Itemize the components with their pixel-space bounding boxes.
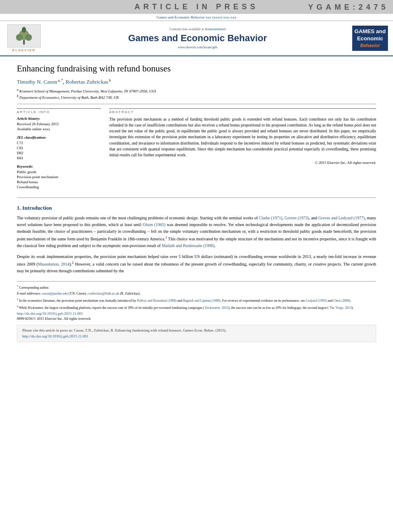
elsevier-wordmark: ELSEVIER xyxy=(12,48,36,52)
divider-2 xyxy=(17,198,376,198)
abstract-column: ABSTRACT The provision point mechanism a… xyxy=(109,108,376,193)
copyright-line: © 2015 Elsevier Inc. All rights reserved… xyxy=(109,161,376,165)
affiliation-b: b Department of Economics, University of… xyxy=(17,94,376,100)
intro-paragraph-2: Despite its weak implementation properti… xyxy=(17,253,376,274)
footnotes-area: * Corresponding author. E-mail addresses… xyxy=(17,281,376,310)
ref-mailath-postlewaite-1990[interactable]: Mailath and Postlewaite (1990) xyxy=(162,243,215,248)
keyword-provision-point: Provision point mechanism xyxy=(17,175,101,179)
abstract-header: ABSTRACT xyxy=(109,108,376,114)
article-id: YGAME:2475 xyxy=(308,3,389,11)
ref-clarke-1971[interactable]: Clarke (1971) xyxy=(259,216,282,220)
journal-reference-line: Games and Economic Behavior xxx (xxxx) x… xyxy=(0,14,393,21)
affil-a-text: Krannert School of Management, Purdue Un… xyxy=(19,89,156,93)
abstract-text: The provision point mechanism as a metho… xyxy=(109,116,376,158)
footnote-star-sym: * xyxy=(17,284,18,287)
intro-paragraph-1: The voluntary provision of public goods … xyxy=(17,215,376,249)
footnote-1-sym: 1 xyxy=(17,298,18,300)
article-info-header: ARTICLE INFO xyxy=(17,108,101,114)
sciencedirect-link[interactable]: ScienceDirect xyxy=(205,27,225,31)
journal-ref-text: Games and Economic Behavior xxx (xxxx) x… xyxy=(157,15,237,19)
keywords-title: Keywords: xyxy=(17,164,101,169)
elsevier-tree-icon xyxy=(7,24,41,47)
issn-line: 0899-8256/© 2015 Elsevier Inc. All right… xyxy=(17,316,376,321)
contents-label: Contents lists available at xyxy=(169,27,204,31)
affiliation-a: a Krannert School of Management, Purdue … xyxy=(17,88,376,93)
header-center: Contents lists available at ScienceDirec… xyxy=(47,27,348,49)
games-logo-box: GAMES and Economic Behavior xyxy=(352,26,388,51)
footnote-2: 2 While Kickstarter, the largest crowdfu… xyxy=(17,304,376,310)
ref-olson-1965[interactable]: Olson (1965) xyxy=(143,222,166,227)
doi-line[interactable]: http://dx.doi.org/10.1016/j.geb.2015.11.… xyxy=(17,311,376,316)
keywords-group: Keywords: Public goods Provision point m… xyxy=(17,164,101,189)
main-content: Enhancing fundraising with refund bonuse… xyxy=(0,56,393,346)
received-date: Received 26 February 2015 xyxy=(17,122,101,126)
ref-the-verge-2013[interactable]: The Verge, 2013 xyxy=(330,306,352,310)
footnote-emails: E-mail addresses: cason@purdue.edu (T.N.… xyxy=(17,291,376,296)
section-title: Introduction xyxy=(22,205,52,211)
citation-text: Please cite this article in press as: Ca… xyxy=(22,328,227,332)
available-online: Available online xxxx xyxy=(17,127,101,131)
article-history-title: Article history: xyxy=(17,116,101,121)
jel-h41: H41 xyxy=(17,156,101,160)
svg-point-4 xyxy=(25,34,32,41)
keyword-public-goods: Public goods xyxy=(17,170,101,174)
author-cason: Timothy N. Cason xyxy=(17,79,57,85)
introduction-section: 1. Introduction The voluntary provision … xyxy=(17,205,376,275)
games-logo-games: GAMES and xyxy=(354,28,386,35)
divider-1 xyxy=(17,104,376,104)
jel-title: JEL classification: xyxy=(17,135,101,140)
journal-title: Games and Economic Behavior xyxy=(47,33,348,44)
svg-point-3 xyxy=(16,34,23,41)
citation-bar: Please cite this article in press as: Ca… xyxy=(17,325,376,342)
article-history-group: Article history: Received 26 February 20… xyxy=(17,116,101,131)
section-number: 1. xyxy=(17,205,21,211)
svg-point-5 xyxy=(22,27,26,33)
citation-doi[interactable]: http://dx.doi.org/10.1016/j.geb.2015.11.… xyxy=(22,334,88,338)
banner-text: ARTICLE IN PRESS xyxy=(135,3,258,11)
article-info-abstract-section: ARTICLE INFO Article history: Received 2… xyxy=(17,108,376,193)
ref-palfrey-rosenthal-1984[interactable]: Palfrey and Rosenthal (1984) xyxy=(137,299,177,303)
journal-header: ELSEVIER Contents lists available at Sci… xyxy=(0,21,393,56)
article-info-column: ARTICLE INFO Article history: Received 2… xyxy=(17,108,101,193)
footnote-1: 1 In the economics literature, the provi… xyxy=(17,297,376,303)
sciencedirect-line: Contents lists available at ScienceDirec… xyxy=(47,27,348,31)
footnote-corresponding-author: * Corresponding author. xyxy=(17,284,376,290)
ref-massolution-2014[interactable]: Massolution, 2014 xyxy=(38,262,69,266)
ref-ledyard-1995[interactable]: Ledyard (1995) xyxy=(306,299,327,303)
affil-b-text: Department of Economics, University of B… xyxy=(19,95,119,100)
ref-groves-1973[interactable]: Groves (1973) xyxy=(285,216,309,220)
elsevier-logo: ELSEVIER xyxy=(5,24,43,52)
email-cason[interactable]: cason@purdue.edu xyxy=(42,292,68,295)
games-logo-behavior: Behavior xyxy=(354,42,386,48)
journal-url[interactable]: www.elsevier.com/locate/geb xyxy=(47,45,348,49)
games-logo-economic: Economic xyxy=(354,35,386,42)
keyword-crowdfunding: Crowdfunding xyxy=(17,185,101,189)
author-zubrickas: Robertas Zubrickas xyxy=(66,79,108,85)
keyword-refund-bonus: Refund bonus xyxy=(17,180,101,184)
jel-c72: C72 xyxy=(17,141,101,145)
author-zubrickas-sup: b xyxy=(108,79,111,82)
ref-kickstarter-2015[interactable]: Kickstarter, 2015 xyxy=(205,306,228,310)
jel-d82: D82 xyxy=(17,151,101,155)
email-zubrickas[interactable]: r.zubrickas@bath.ac.uk xyxy=(87,292,119,295)
jel-c92: C92 xyxy=(17,146,101,150)
article-title: Enhancing fundraising with refund bonuse… xyxy=(17,63,376,74)
article-in-press-banner: ARTICLE IN PRESS YGAME:2475 xyxy=(0,0,393,14)
ref-groves-ledyard-1977[interactable]: Groves and Ledyard (1977) xyxy=(318,216,365,220)
ref-bagnoli-lipman-1989[interactable]: Bagnoli and Lipman (1989) xyxy=(183,299,220,303)
author-cason-sup: a, * xyxy=(57,79,63,82)
jel-classification-group: JEL classification: C72 C92 D82 H41 xyxy=(17,135,101,160)
footnote-2-sym: 2 xyxy=(17,305,18,308)
authors-line: Timothy N. Cason a, *, Robertas Zubricka… xyxy=(17,79,376,85)
ref-chen-2008[interactable]: Chen (2008) xyxy=(333,299,350,303)
introduction-heading: 1. Introduction xyxy=(17,205,376,211)
